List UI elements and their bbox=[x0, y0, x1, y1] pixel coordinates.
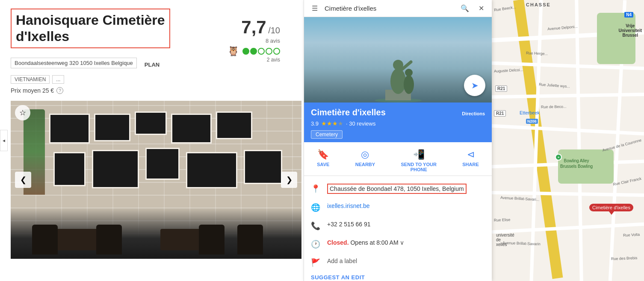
plan-link[interactable]: PLAN bbox=[145, 61, 160, 68]
nearby-icon: ◎ bbox=[361, 149, 369, 160]
hours-detail: Closed. Opens at 8:00 AM ∨ bbox=[327, 239, 485, 246]
universite-label: universitédexelles bbox=[496, 233, 514, 247]
statue-image bbox=[372, 34, 424, 102]
rating-block: 7,7 /10 8 avis 🦉 2 avis bbox=[227, 17, 280, 63]
save-label: SAVE bbox=[317, 162, 329, 167]
prix-row: Prix moyen 25 € ? bbox=[11, 87, 293, 94]
address-detail: Chaussée de Boondael 478, 1050 Ixelles, … bbox=[327, 184, 485, 194]
photo-frame-3 bbox=[135, 111, 167, 135]
tag-more[interactable]: ... bbox=[52, 75, 64, 84]
place-name: Cimetière d'ixelles bbox=[311, 108, 386, 117]
photo-frame-7 bbox=[92, 150, 139, 188]
vrije-label: VrijeUniversiteitBrussel bbox=[619, 23, 642, 38]
rating-suffix: /10 bbox=[268, 26, 280, 35]
send-icon: 📲 bbox=[413, 149, 425, 160]
park-area-2 bbox=[597, 13, 635, 64]
photo-frame-2 bbox=[94, 114, 130, 141]
save-action[interactable]: 🔖 SAVE bbox=[317, 149, 329, 172]
share-icon: ⊲ bbox=[467, 149, 475, 160]
tripadvisor-icon: 🦉 bbox=[227, 46, 239, 57]
nearby-action[interactable]: ◎ NEARBY bbox=[355, 149, 375, 172]
favorite-button[interactable]: ☆ bbox=[15, 105, 30, 120]
share-action[interactable]: ⊲ SHARE bbox=[462, 149, 479, 172]
photo-frame-10 bbox=[244, 150, 282, 184]
photo-frame-5 bbox=[216, 111, 252, 139]
avis2: 2 avis bbox=[227, 57, 280, 63]
left-panel: Hanoisquare Cimetière d'Ixelles 7,7 /10 … bbox=[0, 0, 304, 281]
directions-icon: ➤ bbox=[471, 80, 479, 91]
address-highlighted: Chaussée de Boondael 478, 1050 Ixelles, … bbox=[327, 184, 467, 194]
hotel-title: Hanoisquare Cimetière d'Ixelles bbox=[11, 9, 170, 48]
phone-icon: 📞 bbox=[311, 221, 320, 231]
place-details: 📍 Chaussée de Boondael 478, 1050 Ixelles… bbox=[304, 176, 492, 281]
info-icon[interactable]: ? bbox=[56, 87, 63, 94]
hours-row: 🕐 Closed. Opens at 8:00 AM ∨ bbox=[304, 235, 492, 253]
road-label-10: Rue Elise bbox=[494, 217, 511, 222]
save-icon: 🔖 bbox=[317, 149, 329, 160]
actions-row: 🔖 SAVE ◎ NEARBY 📲 SEND TO YOUR PHONE ⊲ S… bbox=[304, 142, 492, 176]
directions-label-block: Directions bbox=[462, 108, 485, 116]
cemetery-map-pin[interactable]: Cimetière d'ixelles bbox=[589, 204, 633, 215]
place-type-tag[interactable]: Cemetery bbox=[311, 130, 343, 139]
suggest-edit-link[interactable]: SUGGEST AN EDIT bbox=[304, 272, 492, 281]
search-input[interactable] bbox=[325, 5, 454, 12]
n4-badge: N4 bbox=[624, 12, 633, 18]
place-photo: ➤ bbox=[304, 17, 492, 102]
address-text: Boondaalsesteenweg 320 1050 Ixelles Belg… bbox=[15, 60, 133, 66]
star-icon: ☆ bbox=[19, 108, 26, 117]
photo-frame-8 bbox=[145, 148, 180, 180]
ta-circle-3 bbox=[258, 48, 265, 55]
chevron-left-icon: ❮ bbox=[20, 175, 27, 184]
title-line2: d'Ixelles bbox=[16, 29, 69, 44]
open-chevron[interactable]: ∨ bbox=[400, 239, 404, 246]
gallery-prev-button[interactable]: ❮ bbox=[15, 172, 31, 188]
search-bar: ☰ 🔍 ✕ bbox=[304, 0, 492, 17]
share-label: SHARE bbox=[462, 162, 479, 167]
website-detail[interactable]: ixelles.irisnet.be bbox=[327, 202, 485, 209]
open-time-text: Opens at 8:00 AM bbox=[350, 239, 398, 246]
ta-circles bbox=[242, 48, 280, 55]
ta-circle-1 bbox=[242, 48, 249, 55]
send-to-phone-action[interactable]: 📲 SEND TO YOUR PHONE bbox=[401, 149, 437, 172]
svg-point-5 bbox=[404, 75, 414, 94]
globe-icon: 🌐 bbox=[311, 203, 320, 212]
review-count: · 30 reviews bbox=[346, 120, 375, 127]
r21-badge: R21 bbox=[495, 85, 507, 92]
hamburger-button[interactable]: ☰ bbox=[309, 3, 320, 13]
photo-frame-6 bbox=[53, 152, 86, 186]
ta-circle-5 bbox=[273, 48, 280, 55]
google-maps-panel: ◂ ☰ 🔍 ✕ bbox=[304, 0, 492, 281]
map-background[interactable]: N4 R21 R21 N206 VrijeUniversiteitBrussel… bbox=[492, 0, 644, 281]
directions-button[interactable]: ➤ bbox=[464, 75, 485, 96]
photo-frame-9 bbox=[186, 152, 237, 188]
photo-frame-1 bbox=[49, 114, 90, 143]
svg-point-6 bbox=[405, 69, 413, 76]
avis1: 8 avis bbox=[227, 38, 280, 44]
nearby-label: NEARBY bbox=[355, 162, 375, 167]
star-rating: ★★★★ bbox=[321, 120, 343, 127]
website-row: 🌐 ixelles.irisnet.be bbox=[304, 198, 492, 217]
closed-text: Closed. bbox=[327, 239, 349, 246]
photo-frame-4 bbox=[171, 114, 212, 143]
directions-label: Directions bbox=[462, 111, 485, 116]
photo-gallery: ☆ bbox=[11, 101, 301, 259]
road-label-6: Rue de Beco... bbox=[541, 104, 567, 109]
tripadvisor-row: 🦉 bbox=[227, 46, 280, 57]
map-panel: N4 R21 R21 N206 VrijeUniversiteitBrussel… bbox=[492, 0, 644, 281]
search-button[interactable]: 🔍 bbox=[458, 3, 472, 13]
tag-vietnamien[interactable]: VIETNAMIEN bbox=[11, 75, 50, 84]
close-icon: ✕ bbox=[479, 5, 484, 12]
ta-circle-2 bbox=[250, 48, 257, 55]
collapse-button[interactable]: ◂ bbox=[0, 130, 8, 151]
flag-icon: 🚩 bbox=[311, 258, 320, 267]
place-info-header: Cimetière d'ixelles 3.9 ★★★★ · 30 review… bbox=[304, 102, 492, 142]
bowling-label: Bowling AlleyBrussels Bowling bbox=[560, 158, 593, 169]
gallery-next-button[interactable]: ❯ bbox=[281, 172, 297, 188]
address-row: Boondaalsesteenweg 320 1050 Ixelles Belg… bbox=[11, 58, 137, 68]
ta-circle-4 bbox=[266, 48, 272, 55]
close-button[interactable]: ✕ bbox=[476, 3, 487, 13]
n206-badge: N206 bbox=[526, 119, 538, 124]
add-label-text[interactable]: Add a label bbox=[327, 258, 485, 264]
location-icon: 📍 bbox=[311, 184, 320, 193]
title-line1: Hanoisquare Cimetière bbox=[16, 12, 165, 28]
